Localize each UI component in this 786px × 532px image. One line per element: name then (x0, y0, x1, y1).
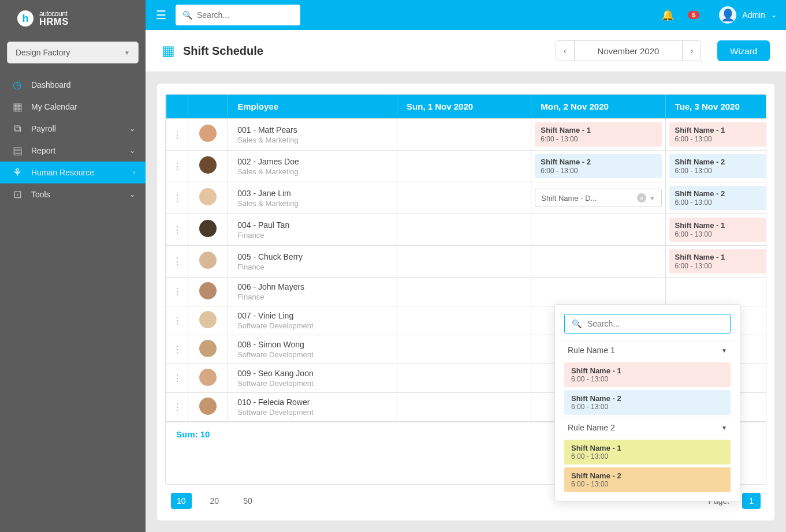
employee-cell[interactable]: 004 - Paul TanFinance (228, 214, 397, 246)
row-menu-icon[interactable]: ⋮ (166, 246, 188, 278)
company-name: Design Factory (16, 48, 70, 57)
employee-cell[interactable]: 003 - Jane LimSales & Marketing (228, 182, 397, 214)
col-day[interactable]: Tue, 3 Nov 2020 (665, 95, 766, 119)
row-menu-icon[interactable]: ⋮ (166, 182, 188, 214)
rule-header[interactable]: Rule Name 2 ▼ (561, 418, 734, 437)
day-cell[interactable] (531, 214, 665, 246)
shift-chip[interactable]: Shift Name - 26:00 - 13:00 (669, 186, 767, 210)
day-cell[interactable] (397, 278, 531, 306)
row-menu-icon[interactable]: ⋮ (166, 306, 188, 335)
month-label[interactable]: November 2020 (575, 41, 683, 61)
day-cell[interactable]: Shift Name - 26:00 - 13:00 (665, 182, 766, 214)
page-size-option[interactable]: 50 (237, 493, 258, 509)
row-menu-icon[interactable]: ⋮ (166, 335, 188, 364)
shift-option[interactable]: Shift Name - 2 6:00 - 13:00 (564, 467, 731, 492)
day-cell[interactable] (397, 119, 531, 151)
day-cell[interactable]: Shift Name - 16:00 - 13:00 (531, 119, 665, 151)
nav-label: Payroll (31, 124, 56, 133)
shift-chip[interactable]: Shift Name - 26:00 - 13:00 (669, 154, 767, 178)
caret-down-icon: ▼ (721, 347, 727, 354)
row-menu-icon[interactable]: ⋮ (166, 214, 188, 246)
day-cell[interactable] (531, 278, 665, 306)
shift-chip[interactable]: Shift Name - 16:00 - 13:00 (669, 218, 767, 242)
avatar (199, 369, 217, 386)
day-cell[interactable] (665, 278, 766, 306)
row-menu-icon[interactable]: ⋮ (166, 278, 188, 306)
notification-badge: 5 (688, 11, 699, 19)
employee-cell[interactable]: 010 - Felecia RowerSoftware Development (228, 393, 397, 422)
day-cell[interactable]: Shift Name - 16:00 - 13:00 (665, 246, 766, 278)
row-menu-icon[interactable]: ⋮ (166, 364, 188, 393)
employee-cell[interactable]: 009 - Seo Kang JoonSoftware Development (228, 364, 397, 393)
prev-month-button[interactable]: ‹ (556, 41, 575, 61)
shift-option[interactable]: Shift Name - 1 6:00 - 13:00 (564, 440, 731, 464)
next-month-button[interactable]: › (682, 41, 701, 61)
shift-select[interactable]: Shift Name - D...✕▼ (535, 189, 661, 207)
day-cell[interactable] (397, 306, 531, 335)
employee-cell[interactable]: 006 - John MayersFinance (228, 278, 397, 306)
col-day[interactable]: Sun, 1 Nov 2020 (397, 95, 531, 119)
shift-option[interactable]: Shift Name - 1 6:00 - 13:00 (564, 362, 731, 387)
bell-icon[interactable]: 🔔 (661, 9, 674, 21)
menu-icon[interactable]: ☰ (156, 8, 166, 22)
row-menu-icon[interactable]: ⋮ (166, 119, 188, 151)
employee-cell[interactable]: 005 - Chuck BerryFinance (228, 246, 397, 278)
avatar-cell (188, 393, 228, 422)
dropdown-search[interactable]: 🔍 (564, 314, 731, 334)
wizard-button[interactable]: Wizard (717, 40, 770, 61)
day-cell[interactable]: Shift Name - 16:00 - 13:00 (665, 214, 766, 246)
day-cell[interactable] (397, 214, 531, 246)
day-cell[interactable] (397, 335, 531, 364)
employee-dept: Software Development (237, 408, 388, 417)
employee-cell[interactable]: 007 - Vinie LingSoftware Development (228, 306, 397, 335)
day-cell[interactable] (397, 151, 531, 182)
shift-chip[interactable]: Shift Name - 16:00 - 13:00 (669, 122, 767, 147)
col-employee[interactable]: Employee (228, 95, 397, 119)
current-page[interactable]: 1 (742, 493, 761, 509)
search-input[interactable] (197, 10, 298, 20)
nav-report[interactable]: ▤ Report ⌄ (0, 140, 146, 162)
clear-icon[interactable]: ✕ (637, 193, 646, 203)
avatar (199, 340, 217, 357)
day-cell[interactable]: Shift Name - D...✕▼ (531, 182, 665, 214)
shift-option[interactable]: Shift Name - 2 6:00 - 13:00 (564, 390, 731, 415)
dropdown-search-input[interactable] (587, 319, 723, 328)
employee-cell[interactable]: 001 - Matt PearsSales & Marketing (228, 119, 397, 151)
day-cell[interactable] (397, 246, 531, 278)
employee-name: 002 - James Doe (237, 157, 388, 166)
top-search[interactable]: 🔍 (176, 5, 300, 25)
row-menu-icon[interactable]: ⋮ (166, 151, 188, 182)
day-cell[interactable]: Shift Name - 26:00 - 13:00 (531, 151, 665, 182)
rule-header[interactable]: Rule Name 1 ▼ (561, 340, 734, 359)
page-size-option[interactable]: 10 (171, 493, 192, 509)
nav-dashboard[interactable]: ◷ Dashboard (0, 74, 146, 96)
chevron-down-icon: ▼ (650, 195, 655, 201)
avatar (199, 252, 217, 269)
page-size-option[interactable]: 20 (204, 493, 225, 509)
day-cell[interactable]: Shift Name - 26:00 - 13:00 (665, 151, 766, 182)
shift-chip[interactable]: Shift Name - 16:00 - 13:00 (535, 122, 661, 147)
row-menu-icon[interactable]: ⋮ (166, 393, 188, 422)
employee-cell[interactable]: 002 - James DoeSales & Marketing (228, 151, 397, 182)
nav-calendar[interactable]: ▦ My Calendar (0, 96, 146, 118)
chevron-down-icon: ⌄ (129, 125, 135, 133)
shift-dropdown-popup: 🔍 Rule Name 1 ▼ Shift Name - 1 6:00 - 13… (554, 304, 740, 501)
day-cell[interactable] (531, 246, 665, 278)
day-cell[interactable] (397, 393, 531, 422)
day-cell[interactable]: Shift Name - 16:00 - 13:00 (665, 119, 766, 151)
avatar-cell (188, 278, 228, 306)
shift-chip[interactable]: Shift Name - 26:00 - 13:00 (535, 154, 661, 178)
employee-cell[interactable]: 008 - Simon WongSoftware Development (228, 335, 397, 364)
day-cell[interactable] (397, 182, 531, 214)
avatar (199, 156, 217, 174)
col-day[interactable]: Mon, 2 Nov 2020 (531, 95, 665, 119)
user-menu[interactable]: 👤 Admin ⌄ (719, 6, 777, 24)
company-selector[interactable]: Design Factory ▼ (7, 42, 139, 63)
avatar (199, 125, 217, 142)
nav-human-resource[interactable]: ⚘ Human Resource › (0, 162, 146, 183)
nav-payroll[interactable]: ⧉ Payroll ⌄ (0, 118, 146, 140)
nav-tools[interactable]: ⊡ Tools ⌄ (0, 183, 146, 205)
shift-chip[interactable]: Shift Name - 16:00 - 13:00 (669, 249, 767, 274)
employee-name: 006 - John Mayers (237, 282, 388, 291)
day-cell[interactable] (397, 364, 531, 393)
